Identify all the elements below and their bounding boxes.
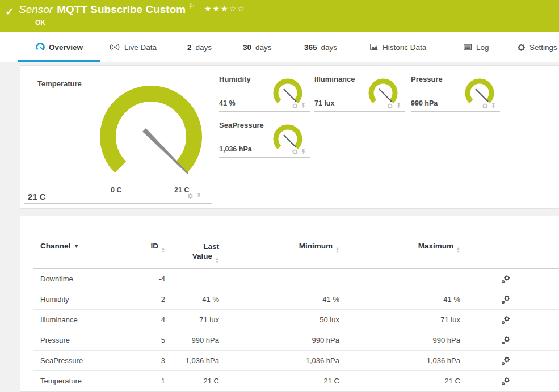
gauge-value: 41 %: [219, 99, 236, 107]
gauge-panel-temperature[interactable]: Temperature 0 C 21 C 21 C: [24, 71, 212, 204]
table-row-humidity[interactable]: Humidity 2 41 % 41 % 41 %: [33, 289, 559, 310]
tab-settings[interactable]: Settings: [517, 32, 557, 62]
channel-maximum: 1,036 hPa: [339, 356, 460, 365]
tab-label: Settings: [529, 43, 557, 52]
gear-icon: [517, 43, 526, 52]
channel-name[interactable]: Humidity: [33, 295, 125, 304]
tab-label: days: [255, 43, 272, 52]
pin-icon[interactable]: [300, 149, 306, 155]
column-header-minimum[interactable]: Minimum▲▼: [219, 242, 339, 252]
gauge-title: Pressure: [411, 75, 443, 83]
table-row-illuminance[interactable]: Illuminance 4 71 lux 50 lux 71 lux: [33, 310, 559, 330]
pin-icon[interactable]: [490, 103, 497, 109]
gear-icon[interactable]: [292, 103, 298, 109]
channel-settings-gear-icon[interactable]: [501, 336, 510, 345]
channel-settings-gear-icon[interactable]: [501, 356, 510, 365]
sensor-title-line: SensorMQTT Subscribe Custom⚐: [19, 3, 195, 16]
channel-name[interactable]: SeaPressure: [33, 356, 125, 365]
column-header-last-value[interactable]: Last Value▲▼: [165, 242, 219, 263]
channel-name[interactable]: Temperature: [33, 377, 125, 385]
channel-id: 1: [125, 377, 165, 385]
gear-icon[interactable]: [482, 103, 488, 109]
tab-2-days[interactable]: 2 days: [187, 32, 212, 62]
table-row-pressure[interactable]: Pressure 5 990 hPa 990 hPa 990 hPa: [33, 330, 559, 351]
gauge-needle: [284, 89, 296, 102]
pin-icon[interactable]: [396, 103, 402, 109]
channel-minimum: 21 C: [219, 377, 339, 385]
channel-name[interactable]: Downtime: [33, 275, 125, 283]
tab-label: days: [321, 43, 338, 52]
channels-table: Channel▼ ID▲▼ Last Value▲▼ Minimum▲▼ Max…: [33, 216, 559, 391]
channel-maximum: 990 hPa: [339, 336, 460, 344]
tab-overview[interactable]: Overview: [18, 32, 100, 62]
gauge-value: 990 hPa: [411, 99, 438, 107]
channel-minimum: 41 %: [219, 295, 339, 304]
tab-365-days[interactable]: 365 days: [304, 32, 337, 62]
sort-icon: ▲▼: [215, 257, 219, 264]
channel-settings-gear-icon[interactable]: [501, 295, 510, 304]
channel-minimum: 1,036 hPa: [219, 356, 339, 365]
gauge-needle: [284, 135, 296, 147]
channel-id: 4: [125, 315, 165, 324]
pin-icon[interactable]: [196, 193, 202, 199]
tab-label: Historic Data: [383, 43, 426, 52]
status-ok-check-icon: ✓: [5, 5, 14, 18]
channel-last-value: 21 C: [165, 377, 219, 385]
tab-label: days: [196, 43, 212, 52]
flag-icon[interactable]: ⚐: [188, 2, 195, 10]
gauge-needle: [142, 128, 188, 174]
channel-id: 3: [125, 356, 165, 365]
channel-minimum: 990 hPa: [219, 336, 339, 344]
pin-icon[interactable]: [300, 103, 306, 109]
gauge-panel-illuminance[interactable]: Illuminance 71 lux: [314, 70, 405, 112]
gear-icon[interactable]: [387, 103, 393, 109]
gear-icon[interactable]: [187, 193, 194, 199]
status-badge: OK: [35, 19, 45, 27]
channel-minimum: 50 lux: [219, 315, 339, 324]
table-row-temperature[interactable]: Temperature 1 21 C 21 C 21 C: [33, 371, 559, 391]
channel-last-value: 71 lux: [165, 315, 219, 324]
gauge-value: 21 C: [28, 192, 46, 201]
sort-active-icon: ▼: [74, 243, 79, 249]
channel-id: 2: [125, 295, 165, 304]
sort-icon: ▲▼: [335, 247, 339, 254]
priority-stars[interactable]: ★★★☆☆: [204, 4, 246, 13]
tab-label: Log: [476, 43, 489, 52]
area-chart-icon: [369, 43, 379, 52]
tab-historic-data[interactable]: Historic Data: [369, 32, 426, 62]
gear-icon[interactable]: [292, 149, 298, 155]
tab-30-days[interactable]: 30 days: [243, 32, 272, 62]
tab-live-data[interactable]: Live Data: [109, 32, 157, 62]
gauge-title: Illuminance: [314, 75, 355, 83]
gauge-panel-humidity[interactable]: Humidity 41 %: [219, 70, 310, 112]
channel-settings-gear-icon[interactable]: [501, 377, 510, 386]
column-header-channel[interactable]: Channel▼: [33, 242, 125, 250]
channel-settings-gear-icon[interactable]: [501, 275, 510, 284]
column-header-id[interactable]: ID▲▼: [125, 242, 165, 252]
channels-table-card: Channel▼ ID▲▼ Last Value▲▼ Minimum▲▼ Max…: [20, 216, 559, 392]
channel-id: -4: [125, 275, 165, 283]
channel-name[interactable]: Pressure: [33, 336, 125, 344]
channel-name[interactable]: Illuminance: [33, 315, 125, 324]
gauge-title: SeaPressure: [219, 121, 264, 129]
gauges-card: Temperature 0 C 21 C 21 C Humidity 41 % …: [20, 65, 559, 209]
tab-bar: Overview Live Data 2 days 30 days 365 da…: [0, 32, 559, 62]
table-header-row: Channel▼ ID▲▼ Last Value▲▼ Minimum▲▼ Max…: [33, 216, 559, 269]
gauge-value: 1,036 hPa: [219, 145, 252, 153]
temperature-gauge: [100, 86, 206, 191]
broadcast-icon: [109, 43, 120, 51]
gauge-scale-min: 0 C: [111, 186, 121, 194]
table-row-downtime[interactable]: Downtime -4: [33, 269, 559, 289]
channel-settings-gear-icon[interactable]: [501, 315, 510, 324]
tab-log[interactable]: Log: [463, 32, 489, 62]
gauge-panel-pressure[interactable]: Pressure 990 hPa: [411, 70, 500, 112]
gauge-title: Humidity: [219, 75, 251, 83]
tab-label: Overview: [49, 43, 83, 52]
gauge-icon: [36, 43, 45, 52]
column-header-maximum[interactable]: Maximum▲▼: [339, 242, 460, 252]
channel-id: 5: [125, 336, 165, 344]
table-row-seapressure[interactable]: SeaPressure 3 1,036 hPa 1,036 hPa 1,036 …: [33, 351, 559, 371]
channel-maximum: 21 C: [339, 377, 460, 385]
gauge-value: 71 lux: [314, 99, 334, 107]
gauge-panel-seapressure[interactable]: SeaPressure 1,036 hPa: [219, 116, 310, 158]
